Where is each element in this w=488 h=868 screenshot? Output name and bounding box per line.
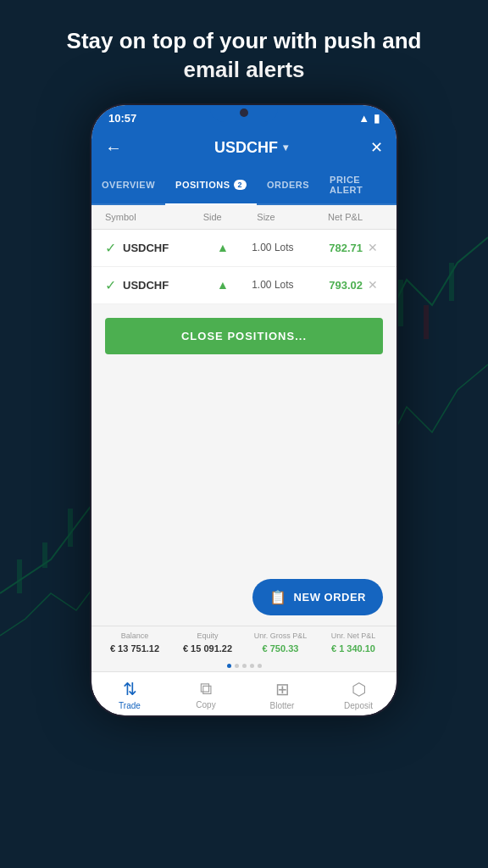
stat-balance: Balance € 13 751.12: [98, 632, 171, 655]
currency-pair: USDCHF: [214, 139, 278, 157]
dot-3: [242, 664, 247, 668]
row-size: 1.00 Lots: [243, 242, 303, 253]
table-row: ✓ USDCHF ▲ 1.00 Lots 782.71 ✕: [92, 230, 396, 267]
row-symbol: USDCHF: [123, 242, 202, 254]
row-side-up-icon: ▲: [202, 241, 242, 254]
dot-4: [250, 664, 254, 668]
svg-rect-17: [449, 263, 454, 301]
nav-label-trade: Trade: [119, 701, 141, 710]
stat-net-pnl-value: € 1 340.10: [331, 643, 375, 654]
table-row: ✓ USDCHF ▲ 1.00 Lots 793.02 ✕: [92, 267, 396, 304]
new-order-area: 📋 NEW ORDER: [92, 569, 396, 626]
app-header: ← USDCHF ▾ ✕: [92, 130, 396, 166]
phone-mockup: 10:57 ▲ ▮ ← USDCHF ▾ ✕ OVERVIEW POSITION…: [92, 105, 396, 715]
stat-balance-label: Balance: [98, 632, 171, 640]
svg-rect-1: [42, 542, 47, 568]
content-spacer: [92, 368, 396, 569]
phone-screen: 10:57 ▲ ▮ ← USDCHF ▾ ✕ OVERVIEW POSITION…: [92, 105, 396, 715]
headline: Stay on top of your with push and email …: [0, 0, 488, 105]
check-icon[interactable]: ✓: [105, 277, 116, 293]
dropdown-arrow-icon[interactable]: ▾: [283, 142, 288, 153]
stat-gross-pnl: Unr. Gross P&L € 750.33: [244, 632, 317, 655]
blotter-icon: ⊞: [275, 679, 290, 699]
col-header-side: Side: [191, 212, 234, 222]
svg-rect-15: [398, 280, 403, 326]
svg-rect-0: [17, 559, 22, 593]
dot-5: [258, 664, 262, 668]
nav-label-blotter: Blotter: [270, 701, 295, 710]
tab-price-alert[interactable]: PRICE ALERT: [319, 166, 396, 203]
copy-icon: ⧉: [200, 679, 212, 698]
status-time: 10:57: [108, 112, 136, 125]
table-header: Symbol Side Size Net P&L: [92, 205, 396, 230]
dot-1: [227, 664, 231, 668]
battery-icon: ▮: [374, 112, 380, 125]
stat-net-pnl: Unr. Net P&L € 1 340.10: [317, 632, 390, 655]
stat-gross-pnl-label: Unr. Gross P&L: [244, 632, 317, 640]
stat-gross-pnl-value: € 750.33: [263, 643, 299, 654]
close-positions-button[interactable]: CLOSE POSITIONS...: [105, 318, 383, 354]
bottom-stats: Balance € 13 751.12 Equity € 15 091.22 U…: [92, 626, 396, 660]
stat-equity-value: € 15 091.22: [183, 643, 232, 654]
svg-rect-16: [424, 305, 429, 339]
bottom-nav: ⇅ Trade ⧉ Copy ⊞ Blotter ⬡ Deposit: [92, 671, 396, 715]
close-button[interactable]: ✕: [370, 138, 383, 157]
deposit-icon: ⬡: [352, 679, 366, 699]
stat-equity-label: Equity: [171, 632, 244, 640]
back-button[interactable]: ←: [105, 138, 122, 158]
nav-label-deposit: Deposit: [344, 701, 373, 710]
row-close-button[interactable]: ✕: [363, 241, 383, 254]
tab-positions[interactable]: POSITIONS 2: [165, 166, 257, 205]
row-symbol: USDCHF: [123, 279, 202, 292]
row-pnl: 793.02: [302, 279, 363, 292]
tab-orders[interactable]: ORDERS: [257, 166, 319, 203]
svg-rect-2: [68, 509, 73, 547]
col-header-pnl: Net P&L: [298, 212, 363, 222]
col-header-symbol: Symbol: [105, 212, 191, 222]
camera: [240, 108, 248, 117]
positions-badge: 2: [234, 180, 247, 190]
trade-icon: ⇅: [123, 679, 137, 699]
nav-item-trade[interactable]: ⇅ Trade: [92, 672, 168, 715]
row-pnl: 782.71: [302, 242, 363, 254]
new-order-label: NEW ORDER: [294, 591, 366, 604]
check-icon[interactable]: ✓: [105, 240, 116, 256]
nav-item-blotter[interactable]: ⊞ Blotter: [244, 672, 320, 715]
status-icons: ▲ ▮: [358, 112, 380, 125]
dot-2: [235, 664, 239, 668]
row-size: 1.00 Lots: [243, 279, 303, 291]
page-dots: [92, 660, 396, 671]
nav-item-copy[interactable]: ⧉ Copy: [168, 672, 244, 715]
tab-overview[interactable]: OVERVIEW: [92, 166, 165, 203]
nav-label-copy: Copy: [196, 700, 215, 709]
main-content: Symbol Side Size Net P&L ✓ USDCHF ▲ 1.00…: [92, 205, 396, 671]
new-order-button[interactable]: 📋 NEW ORDER: [252, 579, 383, 615]
col-header-action: [363, 212, 383, 222]
phone-notch: [210, 105, 278, 122]
nav-item-deposit[interactable]: ⬡ Deposit: [320, 672, 396, 715]
tab-bar: OVERVIEW POSITIONS 2 ORDERS PRICE ALERT: [92, 166, 396, 205]
stat-net-pnl-label: Unr. Net P&L: [317, 632, 390, 640]
row-side-up-icon: ▲: [202, 278, 242, 292]
col-header-size: Size: [234, 212, 298, 222]
stat-equity: Equity € 15 091.22: [171, 632, 244, 655]
header-title: USDCHF ▾: [132, 139, 370, 157]
stat-balance-value: € 13 751.12: [110, 643, 159, 654]
new-order-icon: 📋: [269, 589, 287, 605]
row-close-button[interactable]: ✕: [363, 278, 383, 292]
wifi-icon: ▲: [358, 112, 369, 125]
